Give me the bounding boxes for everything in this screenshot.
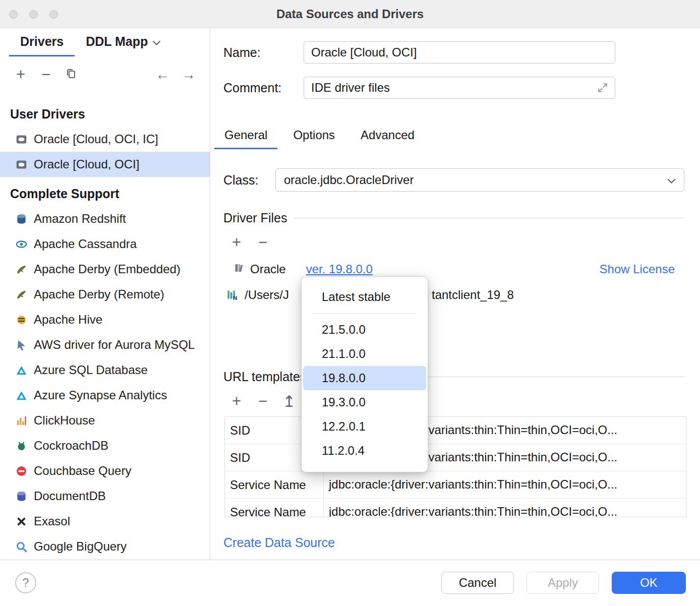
driver-item[interactable]: AWS driver for Aurora MySQL: [0, 332, 210, 357]
show-license-link[interactable]: Show License: [600, 262, 675, 276]
section-header: Complete Support: [0, 181, 210, 206]
remove-template-button[interactable]: −: [257, 391, 269, 411]
driver-file-path-row[interactable]: N /Users/J tantclient_19_8: [211, 284, 700, 306]
sidebar-tabs: Drivers DDL Mapp: [0, 28, 210, 56]
tab-ddl-mappings-label: DDL Mapp: [86, 34, 148, 49]
url-template-row[interactable]: Service Namejdbc:oracle:{driver:variants…: [225, 499, 686, 517]
driver-item[interactable]: Apache Derby (Embedded): [0, 257, 210, 282]
remove-driver-button[interactable]: −: [33, 65, 59, 85]
zoom-window-button[interactable]: [49, 10, 58, 19]
back-button[interactable]: ←: [149, 65, 176, 85]
move-up-icon[interactable]: ↥: [283, 391, 295, 411]
add-template-button[interactable]: +: [230, 391, 243, 411]
driver-item-label: DocumentDB: [34, 489, 106, 503]
driver-item-label: Apache Derby (Embedded): [34, 262, 181, 276]
class-label: Class:: [223, 168, 258, 192]
driver-item[interactable]: ClickHouse: [0, 408, 210, 433]
driver-item-label: Oracle [Cloud, OCI, IC]: [34, 132, 158, 146]
tab-ddl-mappings[interactable]: DDL Mapp: [75, 28, 172, 56]
remove-file-button[interactable]: −: [257, 232, 269, 253]
driver-item[interactable]: Oracle [Cloud, OCI, IC]: [0, 127, 210, 152]
version-option[interactable]: 11.2.0.4: [303, 439, 426, 463]
popup-divider: [313, 313, 417, 314]
window-title: Data Sources and Drivers: [0, 0, 700, 28]
ok-button[interactable]: OK: [612, 572, 686, 594]
cockroachdb-icon: [15, 440, 27, 452]
cancel-button[interactable]: Cancel: [441, 572, 514, 594]
apache-cassandra-icon: [15, 238, 27, 250]
driver-item[interactable]: DocumentDB: [0, 483, 210, 509]
dialog-footer: ? Cancel Apply OK: [0, 560, 700, 606]
name-input[interactable]: [304, 41, 615, 64]
azure-synapse-icon: [15, 389, 27, 401]
class-combobox[interactable]: oracle.jdbc.OracleDriver: [275, 168, 684, 192]
traffic-lights: [9, 0, 58, 28]
name-label: Name:: [223, 41, 261, 64]
help-button[interactable]: ?: [15, 572, 36, 593]
driver-item[interactable]: Azure Synapse Analytics: [0, 383, 210, 408]
version-option[interactable]: 12.2.0.1: [303, 414, 426, 439]
close-window-button[interactable]: [9, 10, 18, 19]
forward-button[interactable]: →: [176, 65, 202, 85]
tab-options[interactable]: Options: [283, 122, 345, 149]
apache-derby-icon: [15, 288, 27, 300]
tab-drivers-label: Drivers: [20, 34, 64, 49]
driver-item-label: Azure Synapse Analytics: [34, 388, 167, 402]
google-bigquery-icon: [15, 540, 27, 553]
tab-advanced[interactable]: Advanced: [351, 122, 425, 149]
url-templates-title: URL templates: [223, 370, 306, 384]
driver-item-label: Apache Hive: [34, 313, 102, 327]
sidebar: Drivers DDL Mapp + − ← → User DriversOra…: [0, 28, 210, 560]
documentdb-icon: [15, 490, 27, 502]
url-template-row[interactable]: SIDjdbc:oracle:{driver:variants:thin:Thi…: [225, 444, 686, 471]
driver-item[interactable]: Couchbase Query: [0, 458, 210, 483]
section-header: User Drivers: [0, 101, 210, 127]
driver-details-panel: Name: Comment: General Options Advanced …: [211, 28, 700, 560]
driver-files-toolbar: + −: [230, 232, 269, 253]
url-template-row[interactable]: Service Namejdbc:oracle:{driver:variants…: [225, 471, 686, 499]
driver-item-label: Apache Derby (Remote): [34, 287, 164, 301]
driver-item-label: CockroachDB: [34, 439, 108, 453]
data-sources-dialog: Data Sources and Drivers Drivers DDL Map…: [0, 0, 700, 606]
driver-item-label: Exasol: [34, 514, 70, 528]
expand-editor-icon[interactable]: [596, 81, 609, 96]
driver-item[interactable]: Exasol: [0, 509, 210, 534]
version-option[interactable]: 21.1.0.0: [303, 342, 426, 366]
driver-item[interactable]: Apache Derby (Remote): [0, 282, 210, 307]
url-templates-toolbar: + − ↥: [230, 391, 295, 411]
tab-drivers[interactable]: Drivers: [9, 28, 75, 56]
driver-item[interactable]: Apache Hive: [0, 307, 210, 332]
create-data-source-link[interactable]: Create Data Source: [223, 532, 335, 553]
driver-item[interactable]: Apache Cassandra: [0, 231, 210, 257]
driver-version-link[interactable]: ver. 19.8.0.0: [306, 262, 373, 276]
add-file-button[interactable]: +: [230, 232, 243, 253]
driver-item[interactable]: Google BigQuery: [0, 534, 210, 559]
tab-general[interactable]: General: [214, 122, 277, 149]
exasol-icon: [15, 515, 27, 527]
driver-item-label: AWS driver for Aurora MySQL: [34, 338, 195, 352]
url-template-name: Service Name: [225, 471, 324, 498]
latest-stable-option[interactable]: Latest stable: [302, 287, 428, 307]
driver-item[interactable]: Amazon Redshift: [0, 206, 210, 231]
version-option[interactable]: 19.8.0.0: [303, 366, 426, 390]
version-option[interactable]: 21.5.0.0: [303, 318, 426, 342]
url-template-row[interactable]: SIDjdbc:oracle:{driver:variants:thin:Thi…: [225, 417, 686, 444]
add-driver-button[interactable]: +: [8, 65, 33, 85]
driver-item[interactable]: Azure SQL Database: [0, 357, 210, 383]
comment-input[interactable]: [304, 77, 615, 99]
url-template-value: jdbc:oracle:{driver:variants:thin:Thin=t…: [324, 499, 686, 517]
duplicate-driver-button[interactable]: [59, 65, 84, 85]
minimize-window-button[interactable]: [29, 10, 38, 19]
azure-sql-database-icon: [15, 364, 27, 376]
version-option[interactable]: 19.3.0.0: [303, 390, 426, 414]
driver-item[interactable]: CockroachDB: [0, 433, 210, 458]
driver-item-label: ClickHouse: [34, 413, 95, 428]
apply-button[interactable]: Apply: [527, 572, 599, 594]
file-path-end: tantclient_19_8: [432, 284, 514, 306]
amazon-redshift-icon: [15, 213, 27, 225]
driver-files-title: Driver Files: [223, 211, 287, 225]
url-template-name: Service Name: [225, 499, 324, 517]
copy-icon: [65, 66, 77, 84]
footer-buttons: Cancel Apply OK: [441, 572, 686, 594]
driver-item[interactable]: Oracle [Cloud, OCI]: [0, 152, 210, 177]
